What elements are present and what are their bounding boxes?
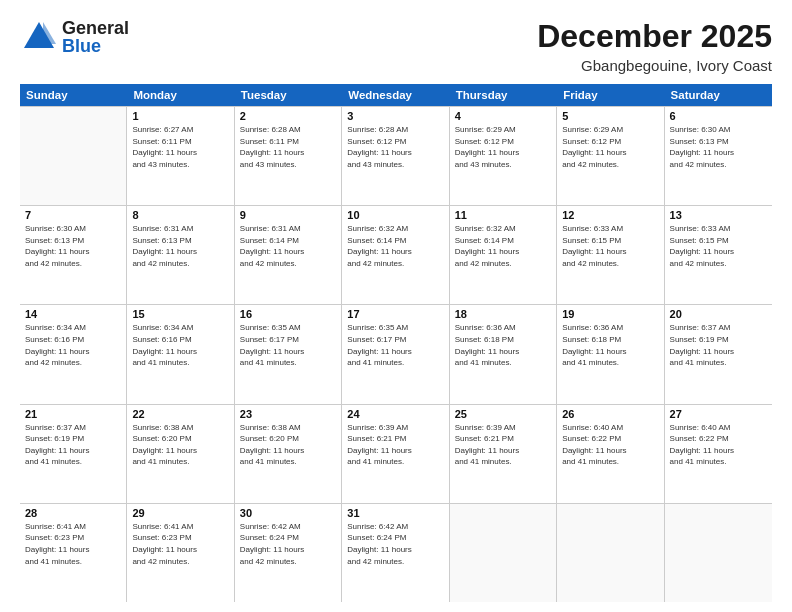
day-info: Sunrise: 6:42 AM Sunset: 6:24 PM Dayligh… xyxy=(347,521,443,567)
cal-cell-w2d4: 10Sunrise: 6:32 AM Sunset: 6:14 PM Dayli… xyxy=(342,206,449,304)
logo-graphic xyxy=(20,18,58,56)
day-number: 12 xyxy=(562,209,658,221)
cal-cell-w4d7: 27Sunrise: 6:40 AM Sunset: 6:22 PM Dayli… xyxy=(665,405,772,503)
day-number: 27 xyxy=(670,408,767,420)
header-day-wednesday: Wednesday xyxy=(342,84,449,106)
cal-cell-w2d1: 7Sunrise: 6:30 AM Sunset: 6:13 PM Daylig… xyxy=(20,206,127,304)
cal-cell-w5d7 xyxy=(665,504,772,602)
header-day-monday: Monday xyxy=(127,84,234,106)
day-info: Sunrise: 6:39 AM Sunset: 6:21 PM Dayligh… xyxy=(347,422,443,468)
cal-cell-w3d5: 18Sunrise: 6:36 AM Sunset: 6:18 PM Dayli… xyxy=(450,305,557,403)
cal-cell-w1d5: 4Sunrise: 6:29 AM Sunset: 6:12 PM Daylig… xyxy=(450,107,557,205)
logo-blue: Blue xyxy=(62,37,129,55)
day-info: Sunrise: 6:28 AM Sunset: 6:11 PM Dayligh… xyxy=(240,124,336,170)
day-number: 4 xyxy=(455,110,551,122)
cal-cell-w4d6: 26Sunrise: 6:40 AM Sunset: 6:22 PM Dayli… xyxy=(557,405,664,503)
day-number: 14 xyxy=(25,308,121,320)
day-number: 18 xyxy=(455,308,551,320)
day-info: Sunrise: 6:37 AM Sunset: 6:19 PM Dayligh… xyxy=(25,422,121,468)
logo: General Blue xyxy=(20,18,129,56)
calendar-header: SundayMondayTuesdayWednesdayThursdayFrid… xyxy=(20,84,772,106)
header-day-friday: Friday xyxy=(557,84,664,106)
day-info: Sunrise: 6:37 AM Sunset: 6:19 PM Dayligh… xyxy=(670,322,767,368)
header-day-saturday: Saturday xyxy=(665,84,772,106)
day-info: Sunrise: 6:36 AM Sunset: 6:18 PM Dayligh… xyxy=(562,322,658,368)
calendar-week-2: 7Sunrise: 6:30 AM Sunset: 6:13 PM Daylig… xyxy=(20,206,772,305)
day-info: Sunrise: 6:42 AM Sunset: 6:24 PM Dayligh… xyxy=(240,521,336,567)
cal-cell-w4d4: 24Sunrise: 6:39 AM Sunset: 6:21 PM Dayli… xyxy=(342,405,449,503)
day-info: Sunrise: 6:30 AM Sunset: 6:13 PM Dayligh… xyxy=(670,124,767,170)
header-day-sunday: Sunday xyxy=(20,84,127,106)
cal-cell-w2d5: 11Sunrise: 6:32 AM Sunset: 6:14 PM Dayli… xyxy=(450,206,557,304)
day-number: 21 xyxy=(25,408,121,420)
day-info: Sunrise: 6:38 AM Sunset: 6:20 PM Dayligh… xyxy=(240,422,336,468)
day-number: 17 xyxy=(347,308,443,320)
cal-cell-w1d3: 2Sunrise: 6:28 AM Sunset: 6:11 PM Daylig… xyxy=(235,107,342,205)
calendar-week-3: 14Sunrise: 6:34 AM Sunset: 6:16 PM Dayli… xyxy=(20,305,772,404)
logo-text-box: General Blue xyxy=(62,19,129,55)
calendar-week-1: 1Sunrise: 6:27 AM Sunset: 6:11 PM Daylig… xyxy=(20,106,772,206)
day-number: 16 xyxy=(240,308,336,320)
header: General Blue December 2025 Gbangbegouine… xyxy=(20,18,772,74)
day-number: 23 xyxy=(240,408,336,420)
day-info: Sunrise: 6:27 AM Sunset: 6:11 PM Dayligh… xyxy=(132,124,228,170)
title-area: December 2025 Gbangbegouine, Ivory Coast xyxy=(537,18,772,74)
day-info: Sunrise: 6:33 AM Sunset: 6:15 PM Dayligh… xyxy=(670,223,767,269)
cal-cell-w4d5: 25Sunrise: 6:39 AM Sunset: 6:21 PM Dayli… xyxy=(450,405,557,503)
calendar: SundayMondayTuesdayWednesdayThursdayFrid… xyxy=(20,84,772,602)
logo-icon-area xyxy=(20,18,58,56)
cal-cell-w2d2: 8Sunrise: 6:31 AM Sunset: 6:13 PM Daylig… xyxy=(127,206,234,304)
cal-cell-w2d3: 9Sunrise: 6:31 AM Sunset: 6:14 PM Daylig… xyxy=(235,206,342,304)
day-number: 10 xyxy=(347,209,443,221)
cal-cell-w1d4: 3Sunrise: 6:28 AM Sunset: 6:12 PM Daylig… xyxy=(342,107,449,205)
cal-cell-w2d6: 12Sunrise: 6:33 AM Sunset: 6:15 PM Dayli… xyxy=(557,206,664,304)
day-number: 30 xyxy=(240,507,336,519)
cal-cell-w3d2: 15Sunrise: 6:34 AM Sunset: 6:16 PM Dayli… xyxy=(127,305,234,403)
cal-cell-w5d1: 28Sunrise: 6:41 AM Sunset: 6:23 PM Dayli… xyxy=(20,504,127,602)
day-number: 2 xyxy=(240,110,336,122)
cal-cell-w1d2: 1Sunrise: 6:27 AM Sunset: 6:11 PM Daylig… xyxy=(127,107,234,205)
day-info: Sunrise: 6:32 AM Sunset: 6:14 PM Dayligh… xyxy=(347,223,443,269)
logo-general: General xyxy=(62,19,129,37)
day-number: 26 xyxy=(562,408,658,420)
cal-cell-w4d2: 22Sunrise: 6:38 AM Sunset: 6:20 PM Dayli… xyxy=(127,405,234,503)
day-info: Sunrise: 6:34 AM Sunset: 6:16 PM Dayligh… xyxy=(25,322,121,368)
cal-cell-w5d5 xyxy=(450,504,557,602)
cal-cell-w4d3: 23Sunrise: 6:38 AM Sunset: 6:20 PM Dayli… xyxy=(235,405,342,503)
cal-cell-w5d3: 30Sunrise: 6:42 AM Sunset: 6:24 PM Dayli… xyxy=(235,504,342,602)
day-number: 15 xyxy=(132,308,228,320)
day-number: 25 xyxy=(455,408,551,420)
day-number: 22 xyxy=(132,408,228,420)
page: General Blue December 2025 Gbangbegouine… xyxy=(0,0,792,612)
day-number: 20 xyxy=(670,308,767,320)
day-number: 1 xyxy=(132,110,228,122)
day-info: Sunrise: 6:40 AM Sunset: 6:22 PM Dayligh… xyxy=(670,422,767,468)
cal-cell-w4d1: 21Sunrise: 6:37 AM Sunset: 6:19 PM Dayli… xyxy=(20,405,127,503)
month-title: December 2025 xyxy=(537,18,772,55)
day-info: Sunrise: 6:28 AM Sunset: 6:12 PM Dayligh… xyxy=(347,124,443,170)
day-info: Sunrise: 6:41 AM Sunset: 6:23 PM Dayligh… xyxy=(25,521,121,567)
day-info: Sunrise: 6:40 AM Sunset: 6:22 PM Dayligh… xyxy=(562,422,658,468)
day-info: Sunrise: 6:35 AM Sunset: 6:17 PM Dayligh… xyxy=(240,322,336,368)
cal-cell-w1d6: 5Sunrise: 6:29 AM Sunset: 6:12 PM Daylig… xyxy=(557,107,664,205)
day-info: Sunrise: 6:35 AM Sunset: 6:17 PM Dayligh… xyxy=(347,322,443,368)
cal-cell-w5d2: 29Sunrise: 6:41 AM Sunset: 6:23 PM Dayli… xyxy=(127,504,234,602)
calendar-body: 1Sunrise: 6:27 AM Sunset: 6:11 PM Daylig… xyxy=(20,106,772,602)
cal-cell-w3d7: 20Sunrise: 6:37 AM Sunset: 6:19 PM Dayli… xyxy=(665,305,772,403)
cal-cell-w3d3: 16Sunrise: 6:35 AM Sunset: 6:17 PM Dayli… xyxy=(235,305,342,403)
day-number: 29 xyxy=(132,507,228,519)
day-number: 24 xyxy=(347,408,443,420)
day-info: Sunrise: 6:38 AM Sunset: 6:20 PM Dayligh… xyxy=(132,422,228,468)
day-number: 19 xyxy=(562,308,658,320)
header-day-thursday: Thursday xyxy=(450,84,557,106)
day-number: 11 xyxy=(455,209,551,221)
day-info: Sunrise: 6:30 AM Sunset: 6:13 PM Dayligh… xyxy=(25,223,121,269)
day-number: 31 xyxy=(347,507,443,519)
day-info: Sunrise: 6:39 AM Sunset: 6:21 PM Dayligh… xyxy=(455,422,551,468)
day-info: Sunrise: 6:29 AM Sunset: 6:12 PM Dayligh… xyxy=(455,124,551,170)
day-info: Sunrise: 6:41 AM Sunset: 6:23 PM Dayligh… xyxy=(132,521,228,567)
day-info: Sunrise: 6:31 AM Sunset: 6:14 PM Dayligh… xyxy=(240,223,336,269)
day-info: Sunrise: 6:32 AM Sunset: 6:14 PM Dayligh… xyxy=(455,223,551,269)
day-info: Sunrise: 6:31 AM Sunset: 6:13 PM Dayligh… xyxy=(132,223,228,269)
calendar-week-4: 21Sunrise: 6:37 AM Sunset: 6:19 PM Dayli… xyxy=(20,405,772,504)
